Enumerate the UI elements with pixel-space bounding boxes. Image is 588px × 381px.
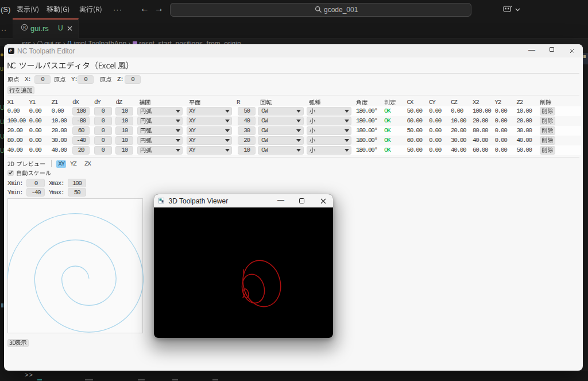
svg-text:R: R bbox=[23, 25, 26, 30]
